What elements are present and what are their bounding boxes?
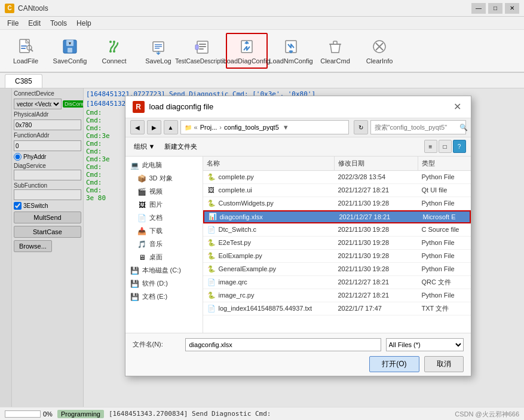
clear-info-button[interactable]: ClearInfo bbox=[358, 33, 400, 69]
desktop-icon: 🖥 bbox=[137, 253, 147, 262]
tree-label-3d: 3D 对象 bbox=[149, 174, 173, 183]
tree-label-video: 视频 bbox=[149, 187, 163, 196]
test-case-desc-button[interactable]: TestCaseDescription bbox=[182, 33, 223, 69]
progress-area: 0% bbox=[5, 410, 53, 418]
drive-d-icon: 💾 bbox=[130, 279, 140, 289]
csdn-watermark: CSDN @火云邪神666 bbox=[455, 410, 519, 419]
tree-item-downloads[interactable]: 📥 下载 bbox=[125, 225, 203, 238]
tree-item-computer[interactable]: 💻 此电脑 bbox=[125, 159, 203, 172]
minimize-button[interactable]: — bbox=[471, 3, 486, 14]
load-file-button[interactable]: LoadFile bbox=[5, 33, 47, 69]
status-text: Programming bbox=[57, 410, 104, 418]
nav-up-button[interactable]: ▲ bbox=[164, 120, 178, 134]
open-button[interactable]: 打开(O) bbox=[369, 356, 419, 372]
file-row-1[interactable]: 🖼 complete.ui 2021/12/27 18:21 Qt UI fil… bbox=[203, 184, 471, 197]
file-cell-type-1: Qt UI file bbox=[418, 184, 471, 197]
svg-point-11 bbox=[113, 41, 115, 43]
svg-rect-2 bbox=[21, 48, 26, 49]
file-cell-name-10: 📄 log_index1641548875.44937.txt bbox=[203, 302, 335, 315]
menu-edit[interactable]: Edit bbox=[23, 18, 45, 29]
nav-refresh-button[interactable]: ↻ bbox=[354, 120, 368, 134]
file-cell-date-0: 2022/3/28 13:54 bbox=[335, 171, 418, 183]
new-folder-button[interactable]: 新建文件夹 bbox=[161, 141, 201, 152]
filename-label: 文件名(N): bbox=[133, 340, 180, 349]
file-icon-6: 🐍 bbox=[207, 251, 216, 260]
drive-e-icon: 💾 bbox=[130, 292, 140, 302]
file-row-9[interactable]: 🐍 image_rc.py 2021/12/27 18:21 Python Fi… bbox=[203, 289, 471, 302]
tree-item-music[interactable]: 🎵 音乐 bbox=[125, 238, 203, 251]
maximize-button[interactable]: □ bbox=[488, 3, 502, 14]
tab-c385[interactable]: C385 bbox=[5, 74, 42, 88]
clear-info-label: ClearInfo bbox=[366, 57, 393, 65]
filetype-select[interactable]: All Files (*) bbox=[386, 338, 464, 351]
search-icon: 🔍 bbox=[459, 124, 468, 131]
svg-rect-20 bbox=[195, 45, 198, 50]
tree-item-drive-d[interactable]: 💾 软件 (D:) bbox=[125, 277, 203, 290]
file-cell-date-1: 2021/12/27 18:21 bbox=[335, 184, 418, 197]
file-row-6[interactable]: 🐍 EolExample.py 2021/11/30 19:28 Python … bbox=[203, 250, 471, 263]
file-row-2[interactable]: 🐍 CustomWidgets.py 2021/11/30 19:28 Pyth… bbox=[203, 197, 471, 210]
tree-item-drive-e[interactable]: 💾 文档 (E:) bbox=[125, 290, 203, 303]
tree-label-drive-e: 文档 (E:) bbox=[142, 292, 168, 301]
file-cell-date-2: 2021/11/30 19:28 bbox=[335, 197, 418, 210]
tree-item-pictures[interactable]: 🖼 图片 bbox=[125, 198, 203, 211]
close-button[interactable]: ✕ bbox=[505, 3, 519, 14]
file-row-4[interactable]: 📄 Dtc_Switch.c 2021/11/30 19:28 C Source… bbox=[203, 223, 471, 237]
svg-point-8 bbox=[109, 50, 112, 53]
file-cell-date-7: 2021/11/30 19:28 bbox=[335, 263, 418, 275]
cancel-button[interactable]: 取消 bbox=[424, 356, 464, 372]
nav-forward-button[interactable]: ▶ bbox=[147, 120, 161, 134]
file-cell-name-3: 📊 diagconfig.xlsx bbox=[204, 211, 336, 222]
file-cell-name-5: 🐍 E2eTest.py bbox=[203, 237, 335, 249]
dialog-close-button[interactable]: ✕ bbox=[451, 101, 464, 112]
tree-label-computer: 此电脑 bbox=[142, 161, 162, 170]
tree-item-video[interactable]: 🎬 视频 bbox=[125, 185, 203, 198]
tree-item-desktop[interactable]: 🖥 桌面 bbox=[125, 251, 203, 264]
col-type[interactable]: 类型 bbox=[418, 157, 471, 170]
toolbar: LoadFile ▼ SaveConfig Connect SaveLog Te… bbox=[0, 30, 524, 73]
file-icon-1: 🖼 bbox=[207, 185, 216, 195]
save-config-button[interactable]: ▼ SaveConfig bbox=[49, 33, 91, 69]
tree-item-drive-c[interactable]: 💾 本地磁盘 (C:) bbox=[125, 264, 203, 277]
clear-cmd-button[interactable]: ClearCmd bbox=[314, 33, 356, 69]
grid-view-button[interactable]: □ bbox=[439, 140, 452, 153]
documents-icon: 📄 bbox=[137, 213, 147, 223]
breadcrumb: 📁 « Proj... › config_tools_pyqt5 ▼ bbox=[180, 120, 349, 134]
file-row-10[interactable]: 📄 log_index1641548875.44937.txt 2022/1/7… bbox=[203, 302, 471, 315]
file-row-0[interactable]: 🐍 complete.py 2022/3/28 13:54 Python Fil… bbox=[203, 171, 471, 184]
list-view-button[interactable]: ≡ bbox=[424, 140, 437, 153]
organize-button[interactable]: 组织 ▼ bbox=[130, 141, 159, 152]
file-cell-type-10: TXT 文件 bbox=[418, 302, 471, 315]
file-cell-type-0: Python File bbox=[418, 171, 471, 183]
load-nm-config-button[interactable]: LoadNmConfig bbox=[270, 33, 312, 69]
title-bar: C CANtools — □ ✕ bbox=[0, 0, 524, 17]
drive-c-icon: 💾 bbox=[130, 266, 140, 275]
tree-item-documents[interactable]: 📄 文档 bbox=[125, 211, 203, 225]
filename-row: 文件名(N): All Files (*) bbox=[133, 338, 464, 351]
load-diag-config-button[interactable]: LoadDiagConfig bbox=[226, 33, 268, 69]
nav-back-button[interactable]: ◀ bbox=[130, 120, 145, 134]
load-diag-config-label: LoadDiagConfig bbox=[223, 57, 271, 65]
svg-rect-14 bbox=[155, 46, 162, 47]
clear-cmd-icon bbox=[326, 37, 345, 56]
file-row-7[interactable]: 🐍 GeneralExample.py 2021/11/30 19:28 Pyt… bbox=[203, 263, 471, 276]
tree-label-drive-c: 本地磁盘 (C:) bbox=[142, 266, 181, 275]
menu-help[interactable]: Help bbox=[72, 18, 96, 29]
col-name[interactable]: 名称 bbox=[203, 157, 335, 170]
menu-file[interactable]: File bbox=[2, 18, 23, 29]
file-icon-7: 🐍 bbox=[207, 264, 216, 274]
main-content: ConnectDevice vector <Vector Tools> DisC… bbox=[0, 88, 524, 407]
save-log-button[interactable]: SaveLog bbox=[137, 33, 179, 69]
menu-tools[interactable]: Tools bbox=[45, 18, 72, 29]
svg-rect-19 bbox=[199, 48, 204, 50]
sidebar-tree: 💻 此电脑 📦 3D 对象 🎬 视频 🖼 图片 bbox=[125, 157, 203, 333]
col-date[interactable]: 修改日期 bbox=[335, 157, 418, 170]
file-row-5[interactable]: 🐍 E2eTest.py 2021/11/30 19:28 Python Fil… bbox=[203, 237, 471, 250]
search-input[interactable] bbox=[375, 124, 457, 131]
tree-item-3d[interactable]: 📦 3D 对象 bbox=[125, 172, 203, 185]
file-row-3[interactable]: 📊 diagconfig.xlsx 2021/12/27 18:21 Micro… bbox=[203, 210, 471, 223]
help-button[interactable]: ? bbox=[453, 140, 466, 153]
connect-button[interactable]: Connect bbox=[93, 33, 135, 69]
filename-input[interactable] bbox=[185, 338, 381, 351]
file-row-8[interactable]: 📄 image.qrc 2021/12/27 18:21 QRC 文件 bbox=[203, 276, 471, 289]
